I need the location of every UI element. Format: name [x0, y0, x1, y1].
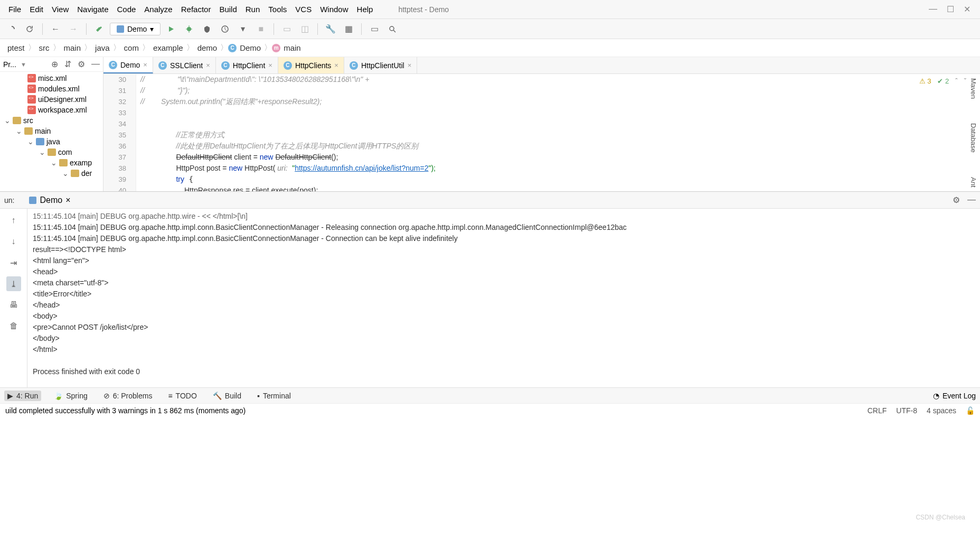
file-misc[interactable]: misc.xml: [38, 74, 67, 82]
down-icon[interactable]: ↓: [6, 234, 21, 249]
close-icon[interactable]: ×: [408, 61, 412, 69]
tab-sslclient[interactable]: CSSLClient×: [153, 57, 216, 73]
hide-icon[interactable]: —: [91, 59, 100, 69]
close-icon[interactable]: ×: [334, 61, 338, 69]
search-icon[interactable]: [385, 22, 400, 36]
folder-main[interactable]: main: [35, 127, 51, 135]
file-modules[interactable]: modules.xml: [38, 85, 80, 93]
debug-icon[interactable]: [182, 22, 196, 36]
scroll-icon[interactable]: ⤓: [6, 276, 21, 291]
warning-icon[interactable]: ⚠ 3: [919, 77, 931, 85]
menu-tools[interactable]: Tools: [264, 3, 291, 16]
menu-file[interactable]: File: [4, 3, 25, 16]
folder-example[interactable]: examp: [70, 159, 92, 167]
close-icon[interactable]: ✕: [964, 4, 970, 14]
tab-todo[interactable]: ≡ TODO: [165, 391, 200, 401]
close-icon[interactable]: ×: [268, 61, 272, 69]
bc-0[interactable]: ptest: [4, 43, 28, 52]
tab-spring[interactable]: 🍃 Spring: [51, 391, 90, 401]
file-uidesigner[interactable]: uiDesigner.xml: [38, 95, 87, 104]
bc-4[interactable]: com: [121, 43, 142, 52]
close-icon[interactable]: ×: [143, 61, 147, 69]
console-output[interactable]: 15:11:45.104 [main] DEBUG org.apache.htt…: [27, 209, 980, 387]
line-ending[interactable]: CRLF: [868, 406, 887, 415]
run-tab-demo[interactable]: Demo ×: [25, 193, 74, 207]
target-icon[interactable]: ⊕: [51, 59, 58, 69]
trash-icon[interactable]: 🗑: [6, 319, 21, 333]
menu-analyze[interactable]: Analyze: [140, 3, 176, 16]
bc-1[interactable]: src: [36, 43, 53, 52]
bc-6[interactable]: demo: [194, 43, 221, 52]
pass-icon[interactable]: ✔ 2: [937, 77, 949, 85]
tool-maven[interactable]: Maven: [968, 74, 978, 103]
chevron-down-icon[interactable]: ⌄: [39, 148, 45, 156]
file-workspace[interactable]: workspace.xml: [38, 106, 87, 114]
project-tree[interactable]: misc.xml modules.xml uiDesigner.xml work…: [0, 72, 103, 180]
chevron-down-icon[interactable]: ⌄: [16, 127, 22, 135]
wrench-icon[interactable]: 🔧: [323, 22, 338, 36]
maximize-icon[interactable]: ☐: [947, 4, 954, 14]
collapse-icon[interactable]: ⇵: [64, 59, 71, 69]
hammer-icon[interactable]: [92, 22, 107, 36]
tab-run[interactable]: ▶ 4: Run: [4, 391, 41, 401]
code-content[interactable]: // "\t\"mainDepartmentId\": \"1013534802…: [136, 74, 980, 191]
tab-build[interactable]: 🔨 Build: [210, 391, 244, 401]
tool-ant[interactable]: Ant: [968, 173, 978, 192]
tab-demo[interactable]: CDemo×: [103, 57, 153, 73]
menu-refactor[interactable]: Refactor: [177, 3, 215, 16]
inspection-widget[interactable]: ⚠ 3 ✔ 2 ˆ ˇ: [919, 77, 966, 85]
close-icon[interactable]: ×: [65, 196, 70, 205]
structure-icon[interactable]: ▦: [341, 22, 356, 36]
bc-8[interactable]: main: [280, 43, 304, 52]
folder-java[interactable]: java: [46, 137, 60, 146]
bc-7[interactable]: Demo: [237, 43, 264, 52]
refresh-icon[interactable]: [22, 22, 37, 36]
menu-run[interactable]: Run: [241, 3, 265, 16]
code-editor[interactable]: 303132333435363738394041 // "\t\"mainDep…: [103, 74, 980, 191]
folder-src[interactable]: src: [23, 116, 33, 125]
tool-database[interactable]: Database: [968, 119, 978, 157]
encoding[interactable]: UTF-8: [896, 406, 917, 415]
chevron-down-icon[interactable]: ⌄: [4, 116, 11, 125]
menu-build[interactable]: Build: [215, 3, 241, 16]
menu-edit[interactable]: Edit: [25, 3, 48, 16]
run-icon[interactable]: [164, 22, 178, 36]
tab-httpclient[interactable]: CHttpClient×: [216, 57, 278, 73]
tab-httpclientutil[interactable]: CHttpClientUtil×: [344, 57, 417, 73]
menu-navigate[interactable]: Navigate: [73, 3, 112, 16]
minimize-icon[interactable]: —: [929, 4, 937, 14]
menu-help[interactable]: Help: [353, 3, 378, 16]
tab-httpclients[interactable]: CHttpClients×: [278, 57, 344, 73]
prev-icon[interactable]: ˆ: [955, 77, 957, 85]
attach-icon[interactable]: ▾: [235, 22, 250, 36]
close-icon[interactable]: ×: [206, 61, 210, 69]
back-icon[interactable]: ←: [48, 22, 63, 36]
run-config-selector[interactable]: Demo ▾: [110, 23, 161, 35]
print-icon[interactable]: 🖶: [6, 298, 21, 312]
lock-icon[interactable]: 🔓: [966, 406, 975, 415]
menu-view[interactable]: View: [48, 3, 73, 16]
bc-2[interactable]: main: [61, 43, 84, 52]
tab-terminal[interactable]: ▪ Terminal: [254, 391, 294, 401]
bc-3[interactable]: java: [92, 43, 113, 52]
tab-problems[interactable]: ⊘ 6: Problems: [100, 391, 156, 401]
wrap-icon[interactable]: ⇥: [6, 255, 21, 270]
hide-icon[interactable]: —: [967, 195, 976, 205]
gear-icon[interactable]: ⚙: [78, 59, 85, 69]
stop-icon[interactable]: ■: [253, 22, 268, 36]
project-label[interactable]: Pr...: [3, 60, 16, 69]
device-icon[interactable]: ▭: [279, 22, 294, 36]
folder-com[interactable]: com: [58, 148, 72, 156]
menu-window[interactable]: Window: [316, 3, 352, 16]
up-icon[interactable]: ↑: [6, 213, 21, 228]
chevron-down-icon[interactable]: ⌄: [51, 159, 57, 167]
chevron-down-icon[interactable]: ⌄: [62, 169, 69, 178]
forward-icon[interactable]: →: [66, 22, 81, 36]
profile-icon[interactable]: [218, 22, 232, 36]
gear-icon[interactable]: ⚙: [953, 195, 960, 205]
menu-vcs[interactable]: VCS: [291, 3, 316, 16]
event-log-button[interactable]: ◔ Event Log: [933, 392, 976, 400]
indent[interactable]: 4 spaces: [927, 406, 956, 415]
bc-5[interactable]: example: [150, 43, 186, 52]
folder-demo[interactable]: der: [81, 169, 92, 178]
